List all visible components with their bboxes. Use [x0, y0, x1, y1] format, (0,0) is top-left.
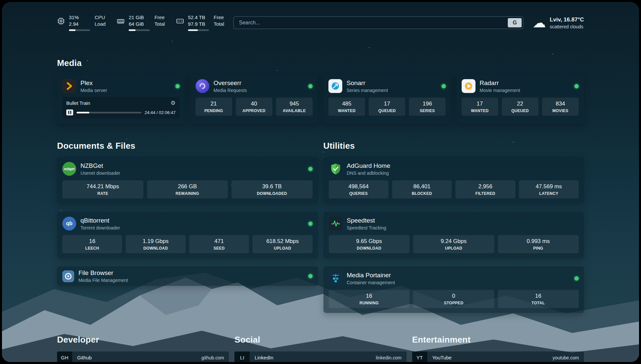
entertainment-bookmarks: Entertainment YT YouTube youtube.com NF …	[412, 335, 584, 362]
stat-queries: 498,564QUERIES	[329, 180, 388, 198]
bookmark-linkedin[interactable]: LI LinkedIn linkedin.com	[234, 351, 406, 362]
stat-series: 196SERIES	[409, 98, 445, 116]
stat-latency: 47.569 msLATENCY	[519, 180, 579, 198]
ram-total-value: 64 GiB	[129, 21, 150, 27]
stat-wanted: 485WANTED	[328, 98, 365, 116]
section-title-documents: Documents & Files	[57, 141, 318, 151]
service-card-filebrowser[interactable]: File Browser Media File Management	[57, 266, 318, 286]
cpu-percent: 31%	[69, 15, 90, 20]
playback-time: 24:44 / 02:06:47	[145, 110, 176, 115]
sonarr-icon	[328, 79, 342, 93]
bookmark-github[interactable]: GH Github github.com	[57, 351, 229, 362]
disk-free-value: 52.4 TB	[188, 15, 209, 20]
qbittorrent-icon: qb	[62, 217, 76, 230]
service-name: Radarr	[480, 79, 520, 87]
nzbget-icon: nzbget	[62, 162, 76, 176]
dashboard-screen: 31% 2.94 CPU Load	[2, 2, 639, 362]
stat-movies: 834MOVIES	[542, 98, 579, 116]
disk-usage-bar	[188, 29, 209, 31]
bookmark-url: youtube.com	[553, 355, 579, 360]
service-name: AdGuard Home	[347, 162, 390, 169]
cpu-load-value: 2.94	[69, 21, 90, 27]
service-card-qbittorrent[interactable]: qb qBittorrent Torrent downloader 16LEEC…	[57, 212, 318, 258]
section-title-social: Social	[234, 335, 406, 345]
service-name: File Browser	[78, 269, 128, 277]
service-name: qBittorrent	[80, 217, 120, 224]
service-description: Movie management	[480, 88, 520, 93]
cpu-widget: 31% 2.94 CPU Load	[57, 15, 106, 31]
stat-approved: 40APPROVED	[236, 98, 272, 116]
service-name: Media Portainer	[347, 272, 395, 279]
stat-available: 945AVAILABLE	[276, 98, 313, 116]
section-title-entertainment: Entertainment	[412, 335, 584, 345]
ram-free-value: 21 GiB	[129, 15, 150, 20]
status-online-dot	[308, 84, 313, 88]
cpu-icon	[57, 17, 65, 25]
service-name: NZBGet	[80, 162, 120, 169]
service-description: DNS and adblocking	[347, 170, 390, 176]
stat-blocked: 86,401BLOCKED	[392, 180, 452, 198]
dashboard-content: 31% 2.94 CPU Load	[2, 2, 639, 362]
service-description: Container management	[347, 280, 395, 285]
bookmark-url: github.com	[201, 355, 224, 360]
weather-widget: ☁ Lviv, 16.87°C scattered clouds	[533, 16, 584, 29]
service-card-portainer[interactable]: Media Portainer Container management 16R…	[323, 266, 584, 313]
ram-usage-bar	[129, 29, 150, 31]
service-card-nzbget[interactable]: nzbget NZBGet Usenet downloader 744.21 M…	[57, 157, 318, 203]
cpu-usage-bar	[69, 29, 90, 31]
plex-icon	[62, 79, 76, 93]
search-engine-button[interactable]: G	[508, 18, 522, 27]
stat-stopped: 0STOPPED	[413, 290, 494, 308]
section-title-developer: Developer	[57, 335, 229, 345]
bookmark-abbr: LI	[234, 351, 250, 362]
pause-button[interactable]	[66, 109, 73, 115]
media-grid: Plex Media server Bullet Train ⚙ 24:44 /…	[57, 74, 584, 124]
cpu-load-label: Load	[95, 21, 106, 27]
stat-download: 1.19 GbpsDOWNLOAD	[126, 235, 185, 253]
ram-icon	[117, 17, 125, 25]
ram-free-label: Free	[154, 15, 165, 20]
search-input[interactable]	[234, 17, 506, 29]
stat-upload: 9.24 GbpsUPLOAD	[413, 235, 494, 253]
service-card-radarr[interactable]: Radarr Movie management 17WANTED 22QUEUE…	[456, 74, 584, 124]
bookmark-abbr: YT	[412, 351, 427, 362]
radarr-icon	[462, 79, 475, 93]
service-card-adguard[interactable]: AdGuard Home DNS and adblocking 498,564Q…	[323, 157, 584, 203]
service-card-speedtest[interactable]: Speedtest Speedtest Tracking 9.65 GbpsDO…	[323, 212, 584, 258]
overseerr-icon	[196, 79, 209, 93]
service-card-overseerr[interactable]: Overseerr Media Requests 21PENDING 40APP…	[190, 74, 318, 124]
stat-queued: 17QUEUED	[369, 98, 405, 116]
adguard-shield-icon	[329, 162, 343, 176]
stat-ping: 0.993 msPING	[498, 235, 579, 253]
disk-total-value: 97.9 TB	[188, 21, 209, 27]
system-metrics: 31% 2.94 CPU Load	[57, 15, 224, 31]
disk-widget: 52.4 TB 97.9 TB Free Total	[176, 15, 224, 31]
stat-remaining: 266 GBREMAINING	[147, 180, 228, 198]
status-online-dot	[308, 222, 313, 226]
bookmark-name: LinkedIn	[255, 355, 273, 360]
stat-upload: 618.52 MbpsUPLOAD	[253, 235, 312, 253]
stat-total: 16TOTAL	[498, 290, 579, 308]
service-name: Plex	[80, 79, 107, 87]
ram-widget: 21 GiB 64 GiB Free Total	[117, 15, 165, 31]
playback-progress-bar[interactable]	[76, 112, 141, 113]
service-name: Sonarr	[347, 79, 388, 87]
documents-column: Documents & Files nzbget NZBGet Usenet d…	[57, 141, 318, 313]
disk-free-label: Free	[214, 15, 224, 20]
service-name: Speedtest	[347, 217, 386, 224]
cpu-label: CPU	[95, 15, 106, 20]
social-bookmarks: Social LI LinkedIn linkedin.com TW Twitt…	[234, 335, 406, 362]
service-description: Media File Management	[78, 278, 128, 283]
service-description: Series management	[347, 88, 388, 93]
stat-queued: 22QUEUED	[502, 98, 538, 116]
stat-pending: 21PENDING	[196, 98, 232, 116]
gear-icon[interactable]: ⚙	[170, 100, 175, 106]
stat-filtered: 2,956FILTERED	[455, 180, 515, 198]
weather-condition: scattered clouds	[550, 24, 584, 29]
service-card-sonarr[interactable]: Sonarr Series management 485WANTED 17QUE…	[323, 74, 451, 124]
bookmark-youtube[interactable]: YT YouTube youtube.com	[412, 351, 584, 362]
service-card-plex[interactable]: Plex Media server Bullet Train ⚙ 24:44 /…	[57, 74, 185, 124]
bookmark-abbr: GH	[57, 351, 72, 362]
stat-rate: 744.21 MbpsRATE	[62, 180, 143, 198]
status-online-dot	[574, 276, 579, 281]
